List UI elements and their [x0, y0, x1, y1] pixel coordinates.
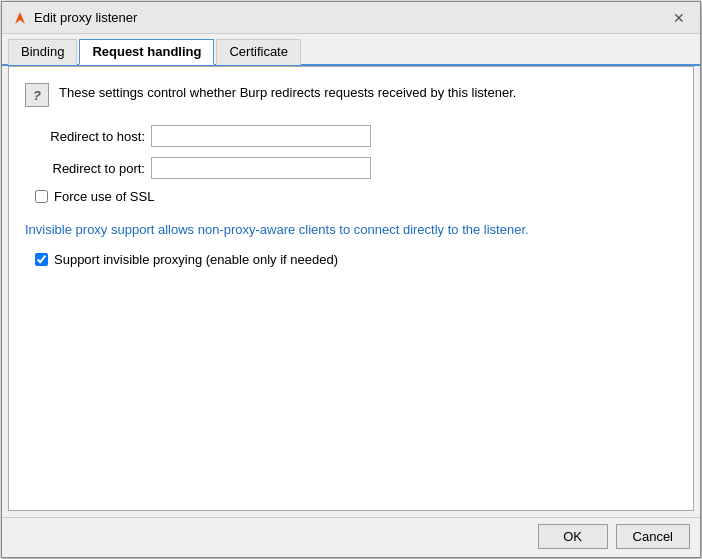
tab-binding[interactable]: Binding: [8, 39, 77, 65]
invisible-proxy-text: Invisible proxy support allows non-proxy…: [25, 220, 677, 240]
tab-request-handling[interactable]: Request handling: [79, 39, 214, 65]
support-invisible-checkbox[interactable]: [35, 253, 48, 266]
burp-icon: [12, 10, 28, 26]
force-ssl-checkbox[interactable]: [35, 190, 48, 203]
redirect-host-label: Redirect to host:: [25, 129, 145, 144]
ok-button[interactable]: OK: [538, 524, 608, 549]
redirect-host-input[interactable]: [151, 125, 371, 147]
help-icon: ?: [25, 83, 49, 107]
support-invisible-row: Support invisible proxying (enable only …: [35, 252, 677, 267]
dialog-title: Edit proxy listener: [34, 10, 137, 25]
tabs-bar: Binding Request handling Certificate: [2, 34, 700, 66]
force-ssl-row: Force use of SSL: [35, 189, 677, 204]
tab-content: ? These settings control whether Burp re…: [8, 66, 694, 511]
info-text: These settings control whether Burp redi…: [59, 83, 516, 103]
support-invisible-label[interactable]: Support invisible proxying (enable only …: [54, 252, 338, 267]
info-box: ? These settings control whether Burp re…: [25, 83, 677, 107]
title-bar: Edit proxy listener ✕: [2, 2, 700, 34]
redirect-port-input[interactable]: [151, 157, 371, 179]
title-bar-left: Edit proxy listener: [12, 10, 137, 26]
edit-proxy-listener-dialog: Edit proxy listener ✕ Binding Request ha…: [1, 1, 701, 558]
tab-certificate[interactable]: Certificate: [216, 39, 301, 65]
redirect-port-label: Redirect to port:: [25, 161, 145, 176]
force-ssl-label[interactable]: Force use of SSL: [54, 189, 154, 204]
svg-marker-0: [15, 12, 25, 24]
redirect-host-row: Redirect to host:: [25, 125, 677, 147]
close-button[interactable]: ✕: [668, 9, 690, 27]
cancel-button[interactable]: Cancel: [616, 524, 690, 549]
redirect-port-row: Redirect to port:: [25, 157, 677, 179]
dialog-footer: OK Cancel: [2, 517, 700, 557]
